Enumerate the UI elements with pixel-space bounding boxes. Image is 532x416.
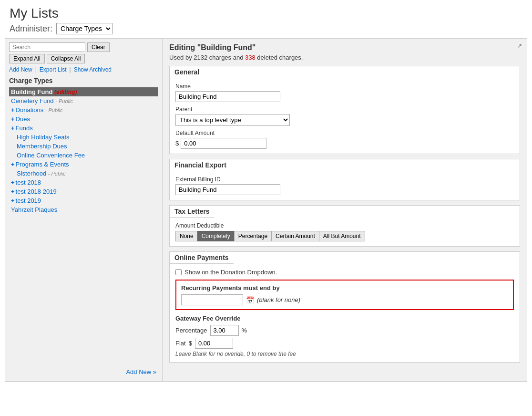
percentage-label: Percentage xyxy=(175,327,207,334)
item-label: Building Fund xyxy=(11,88,52,95)
deductible-percentage[interactable]: Percentage xyxy=(234,231,271,241)
public-suffix: - Public xyxy=(55,98,73,104)
add-new-bottom-link[interactable]: Add New » xyxy=(126,368,156,375)
deductible-completely[interactable]: Completely xyxy=(197,231,234,241)
financial-export-header: Financial Export xyxy=(174,161,226,169)
online-payments-header: Online Payments xyxy=(174,254,229,261)
default-amount-input[interactable] xyxy=(181,138,266,149)
deductible-none[interactable]: None xyxy=(175,231,197,241)
tree-item-membership-dues[interactable]: Membership Dues xyxy=(9,142,158,151)
usage-before: Used by xyxy=(169,54,194,61)
export-list-link[interactable]: Export List xyxy=(40,66,67,73)
default-amount-label: Default Amount xyxy=(175,130,514,136)
collapse-all-button[interactable]: Collapse All xyxy=(47,54,85,63)
page-title: My Lists xyxy=(10,6,522,21)
item-link[interactable]: Yahrzeit Plaques xyxy=(11,206,57,213)
public-suffix: - Public xyxy=(48,171,66,177)
public-suffix: - Public xyxy=(45,107,63,113)
deductible-certain-amount[interactable]: Certain Amount xyxy=(271,231,319,241)
plus-icon[interactable]: + xyxy=(11,197,15,204)
online-payments-section: Online Payments Show on the Donation Dro… xyxy=(169,251,520,363)
tree-item-programs-events[interactable]: +Programs & Events xyxy=(9,160,158,169)
recurring-label: Recurring Payments must end by xyxy=(181,284,508,291)
item-link[interactable]: test 2018 xyxy=(16,179,41,186)
plus-icon[interactable]: + xyxy=(11,179,15,186)
clear-button[interactable]: Clear xyxy=(87,42,110,52)
editing-title: Editing "Building Fund" xyxy=(169,43,520,52)
charge-types-label: Charge Types xyxy=(9,77,158,84)
item-link[interactable]: Membership Dues xyxy=(17,143,67,150)
separator: | xyxy=(35,66,37,73)
tree-item-donations[interactable]: +Donations - Public xyxy=(9,105,158,114)
usage-middle: charges and xyxy=(207,54,245,61)
deductible-all-but-amount[interactable]: All But Amount xyxy=(319,231,365,241)
add-new-link[interactable]: Add New xyxy=(9,66,32,73)
left-panel: Clear Expand All Collapse All Add New | … xyxy=(5,39,163,381)
tree-item-test2019[interactable]: +test 2019 xyxy=(9,196,158,205)
search-input[interactable] xyxy=(9,42,85,52)
plus-icon[interactable]: + xyxy=(11,161,15,168)
tree-item-cemetery-fund[interactable]: Cemetery Fund - Public xyxy=(9,96,158,105)
item-link[interactable]: Cemetery Fund xyxy=(11,97,54,104)
name-input[interactable] xyxy=(175,91,280,102)
item-link[interactable]: test 2019 xyxy=(16,197,41,204)
gateway-percentage-input[interactable] xyxy=(210,325,239,336)
editing-suffix: (editing) xyxy=(54,89,77,95)
tree-item-dues[interactable]: +Dues xyxy=(9,114,158,124)
deductible-buttons: None Completely Percentage Certain Amoun… xyxy=(175,231,514,241)
gateway-hint: Leave Blank for no overide, 0 to remove … xyxy=(175,351,514,357)
plus-icon[interactable]: + xyxy=(11,188,15,195)
external-billing-id-label: External Billing ID xyxy=(175,176,514,183)
tree-item-funds[interactable]: +Funds xyxy=(9,124,158,133)
tree-item-building-fund[interactable]: Building Fund (editing) xyxy=(9,87,158,96)
recurring-payments-box: Recurring Payments must end by 📅 (blank … xyxy=(175,280,514,310)
tax-letters-section: Tax Letters Amount Deductible None Compl… xyxy=(169,205,520,247)
show-donation-dropdown-label: Show on the Donation Dropdown. xyxy=(184,269,277,276)
show-archived-link[interactable]: Show Archived xyxy=(74,66,112,73)
item-link[interactable]: Sisterhood xyxy=(17,170,46,177)
gateway-flat-input[interactable] xyxy=(195,338,233,349)
calendar-icon[interactable]: 📅 xyxy=(246,296,254,304)
tree-item-online-convenience[interactable]: Online Convenience Fee xyxy=(9,151,158,160)
usage-after: deleted charges. xyxy=(256,54,303,61)
financial-export-section: Financial Export External Billing ID xyxy=(169,159,520,200)
expand-icon[interactable]: ↗ xyxy=(517,42,522,49)
amount-deductible-label: Amount Deductible xyxy=(175,222,514,229)
external-billing-id-input[interactable] xyxy=(175,184,280,195)
tree-item-test2018[interactable]: +test 2018 xyxy=(9,178,158,187)
usage-text: Used by 2132 charges and 338 deleted cha… xyxy=(169,54,520,61)
name-label: Name xyxy=(175,83,514,90)
general-header: General xyxy=(174,68,199,76)
item-link[interactable]: High Holiday Seats xyxy=(17,134,70,141)
blank-hint: (blank for none) xyxy=(257,296,300,303)
parent-label: Parent xyxy=(175,106,514,113)
tree-item-test20182019[interactable]: +test 2018 2019 xyxy=(9,187,158,196)
percentage-symbol: % xyxy=(242,327,247,334)
recurring-input[interactable] xyxy=(181,294,243,305)
flat-prefix: $ xyxy=(189,340,192,347)
tree-item-yahrzeit[interactable]: Yahrzeit Plaques xyxy=(9,205,158,214)
item-link[interactable]: Funds xyxy=(16,125,33,132)
item-link[interactable]: Online Convenience Fee xyxy=(17,152,85,159)
plus-icon[interactable]: + xyxy=(11,106,15,114)
right-panel: ↗ Editing "Building Fund" Used by 2132 c… xyxy=(163,39,527,381)
expand-all-button[interactable]: Expand All xyxy=(9,54,45,63)
parent-select[interactable]: This is a top level type Donations Dues … xyxy=(175,114,290,126)
tree-item-sisterhood[interactable]: Sisterhood - Public xyxy=(9,169,158,178)
show-donation-dropdown-checkbox[interactable] xyxy=(175,269,182,275)
item-link[interactable]: Dues xyxy=(16,115,30,123)
administer-select[interactable]: Charge Types Members Events xyxy=(56,23,113,34)
item-link[interactable]: Programs & Events xyxy=(16,161,69,168)
deleted-count: 338 xyxy=(245,54,256,61)
tax-letters-header: Tax Letters xyxy=(174,208,210,215)
gateway-fee-label: Gateway Fee Override xyxy=(175,315,514,322)
flat-label: Flat xyxy=(175,340,186,347)
tree-item-high-holiday[interactable]: High Holiday Seats xyxy=(9,133,158,142)
charge-count: 2132 xyxy=(194,54,207,61)
plus-icon[interactable]: + xyxy=(11,125,15,132)
separator2: | xyxy=(70,66,71,73)
item-link[interactable]: Donations xyxy=(16,106,44,114)
plus-icon[interactable]: + xyxy=(11,115,15,123)
item-link[interactable]: test 2018 2019 xyxy=(16,188,57,195)
administer-label: Administer: xyxy=(10,24,52,34)
